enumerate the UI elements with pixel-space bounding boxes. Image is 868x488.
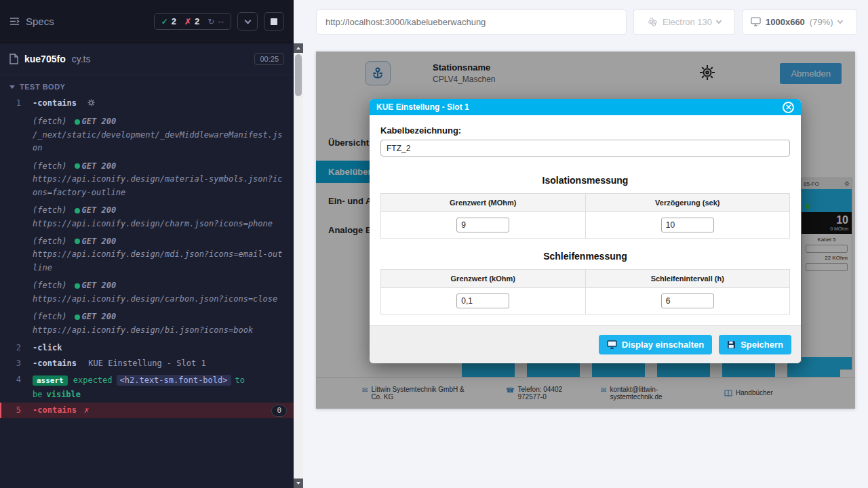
http-status: GET 200 [82, 117, 117, 126]
kue-settings-modal: KUE Einstellung - Slot 1 Kabelbezeichnun… [370, 99, 801, 363]
spec-name: kue705fo [24, 54, 66, 64]
column-header: Grenzwert (kOhm) [381, 270, 586, 288]
scrollbar-track[interactable] [294, 43, 303, 488]
network-log-row[interactable]: (fetch)GET 200 https://api.iconify.desig… [0, 159, 294, 201]
spec-file-row[interactable]: kue705fo cy.ts 00:25 [0, 43, 294, 75]
failed-count: 2 [195, 16, 199, 26]
command-row-failed[interactable]: 5 contains ✗ 0 [0, 403, 294, 418]
test-body-section[interactable]: TEST BODY [0, 75, 294, 96]
command-name: click [33, 343, 62, 352]
fetch-tag: (fetch) [33, 161, 67, 171]
specs-menu[interactable]: Specs [9, 16, 54, 27]
command-detail: KUE Einstellung - Slot 1 [88, 359, 205, 368]
iso-limit-input[interactable] [456, 218, 509, 232]
isolation-section-title: Isolationsmessung [380, 175, 790, 186]
network-log-row[interactable]: (fetch)GET 200 /_next/static/development… [0, 114, 294, 156]
check-icon: ✓ [161, 17, 168, 26]
url-input[interactable]: http://localhost:3000/kabelueberwachung [316, 9, 627, 35]
http-status: GET 200 [82, 161, 117, 171]
assert-row[interactable]: 4 assertexpected<h2.text-sm.font-bold>to… [0, 372, 294, 403]
selector-chip: <h2.text-sm.font-bold> [117, 375, 231, 386]
collapse-button[interactable] [237, 12, 258, 30]
arrow-down-icon [296, 482, 300, 485]
test-stats: ✓ 2 ✗ 2 ↻ -- [154, 13, 231, 30]
command-row[interactable]: 1 contains [0, 96, 294, 112]
loop-table: Grenzwert (kOhm) Schleifenintervall (h) [380, 269, 790, 314]
viewport-select[interactable]: 1000x660 (79%) [742, 9, 857, 35]
cypress-reporter: Specs ✓ 2 ✗ 2 ↻ -- [0, 0, 294, 488]
failed-stat: ✗ 2 [184, 16, 199, 26]
chevron-down-icon [716, 18, 722, 23]
app-root: Specs ✓ 2 ✗ 2 ↻ -- [0, 0, 868, 488]
status-ok-dot [75, 283, 80, 289]
request-url: https://api.iconify.design/mdi.json?icon… [33, 248, 287, 274]
command-name: contains [33, 98, 77, 108]
network-log-row[interactable]: (fetch)GET 200 https://api.iconify.desig… [0, 203, 294, 232]
status-ok-dot [75, 208, 80, 214]
cable-name-input[interactable] [380, 140, 790, 157]
request-url: https://api.iconify.design/charm.json?ic… [33, 218, 287, 230]
status-ok-dot [75, 239, 80, 244]
command-row[interactable]: 2 click [0, 340, 294, 356]
command-log: 1 contains (fetch)GET 200 /_next/static/… [0, 96, 294, 488]
aut-frame: Stationsname CPLV4_Maschen Abmelden Über… [316, 52, 855, 409]
column-header: Verzögerung (sek) [585, 194, 790, 212]
scrollbar-thumb[interactable] [295, 54, 302, 96]
viewport-size: 1000x660 [766, 17, 805, 27]
stop-button[interactable] [264, 12, 284, 30]
error-count-badge: 0 [271, 405, 287, 417]
fail-x-icon: ✗ [84, 404, 89, 417]
command-row[interactable]: 3 contains KUE Einstellung - Slot 1 [0, 356, 294, 371]
request-url: https://api.iconify.design/carbon.json?i… [33, 293, 287, 306]
url-text: http://localhost:3000/kabelueberwachung [326, 17, 486, 27]
specs-list-icon [9, 17, 20, 26]
network-log-row[interactable]: (fetch)GET 200 https://api.iconify.desig… [0, 309, 294, 338]
fetch-tag: (fetch) [33, 117, 67, 126]
browser-select[interactable]: Electron 130 [633, 9, 735, 35]
gear-icon [87, 98, 95, 110]
assert-text: expected [73, 375, 113, 385]
fetch-tag: (fetch) [33, 205, 67, 215]
status-ok-dot [75, 119, 80, 125]
save-button[interactable]: Speichern [719, 335, 791, 354]
loop-section-title: Schleifenmessung [380, 251, 790, 262]
aut-region: http://localhost:3000/kabelueberwachung … [303, 0, 868, 488]
passed-stat: ✓ 2 [161, 16, 176, 26]
request-url: https://api.iconify.design/material-symb… [33, 173, 287, 199]
line-number: 1 [0, 97, 33, 110]
network-log-row[interactable]: (fetch)GET 200 https://api.iconify.desig… [0, 278, 294, 307]
browser-name: Electron 130 [663, 17, 712, 27]
modal-header: KUE Einstellung - Slot 1 [370, 99, 801, 115]
refresh-icon: ↻ [208, 17, 214, 26]
http-status: GET 200 [82, 205, 117, 215]
spec-duration-badge: 00:25 [254, 53, 284, 65]
modal-title: KUE Einstellung - Slot 1 [376, 102, 469, 112]
column-header: Schleifenintervall (h) [585, 270, 790, 288]
modal-footer: Display einschalten Speichern [370, 325, 801, 363]
network-log-row[interactable]: (fetch)GET 200 https://api.iconify.desig… [0, 234, 294, 276]
line-number: 2 [0, 342, 33, 354]
electron-icon [648, 17, 658, 27]
http-status: GET 200 [82, 312, 117, 321]
scroll-down-button[interactable] [294, 479, 303, 488]
modal-body: Kabelbezeichnung: Isolationsmessung Gren… [370, 115, 801, 314]
request-url: /_next/static/development/_devMiddleware… [33, 129, 287, 155]
loop-limit-input[interactable] [456, 293, 509, 308]
iso-delay-input[interactable] [661, 218, 714, 232]
command-name: contains [33, 404, 77, 417]
specs-label: Specs [26, 16, 54, 27]
spec-extension: cy.ts [72, 54, 91, 64]
stop-icon [271, 18, 277, 25]
caret-down-icon [9, 85, 15, 89]
scrollbar [294, 0, 303, 488]
chevron-down-icon [837, 18, 842, 23]
fetch-tag: (fetch) [33, 281, 67, 290]
passed-count: 2 [172, 16, 176, 26]
http-status: GET 200 [82, 281, 117, 290]
document-icon [9, 54, 18, 64]
display-on-button[interactable]: Display einschalten [599, 335, 712, 354]
scroll-up-button[interactable] [294, 43, 303, 53]
close-icon[interactable] [783, 102, 794, 113]
arrow-up-icon [296, 47, 300, 49]
loop-interval-input[interactable] [661, 293, 714, 308]
